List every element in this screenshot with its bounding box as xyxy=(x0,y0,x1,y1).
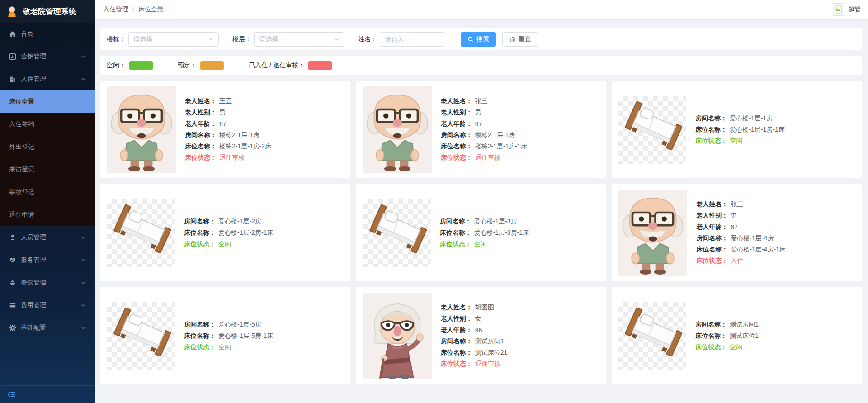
filter-panel: 楼栋： 请选择 楼层： 请选择 姓名： xyxy=(100,28,862,50)
card-field: 床位名称：爱心楼-1层-3房-1床 xyxy=(440,227,606,238)
elder-avatar xyxy=(363,86,432,173)
card-grid: 老人姓名：王五老人性别：男老人年龄：67房间名称：楼栋2-1层-1房床位名称：楼… xyxy=(100,81,862,384)
occupied-color-swatch xyxy=(308,61,332,70)
sidebar-item-dining[interactable]: 餐饮管理 xyxy=(0,271,95,294)
status-label: 床位状态： xyxy=(441,360,472,368)
sidebar-item-fees[interactable]: 费用管理 xyxy=(0,294,95,317)
card-field: 老人年龄：67 xyxy=(441,119,606,130)
bed-card[interactable]: 老人姓名：胡图图老人性别：女老人年龄：96房间名称：测试房间1床位名称：测试床位… xyxy=(356,287,606,384)
sidebar-item-checkout-apply[interactable]: 退住申请 xyxy=(0,204,95,226)
search-button[interactable]: 搜索 xyxy=(461,32,496,47)
search-icon xyxy=(467,36,474,43)
sidebar-item-settings[interactable]: 基础配置 xyxy=(0,317,95,339)
bed-card[interactable]: 房间名称：爱心楼-1层-3房床位名称：爱心楼-1层-3房-1床床位状态：空闲 xyxy=(356,184,606,281)
building-label: 楼栋： xyxy=(107,35,126,43)
sidebar-item-outing-register[interactable]: 外出登记 xyxy=(0,136,95,158)
reset-button[interactable]: 重置 xyxy=(502,32,538,47)
gear-icon xyxy=(9,324,16,332)
card-field: 老人年龄：67 xyxy=(696,222,862,233)
sidebar-item-personnel[interactable]: 人员管理 xyxy=(0,226,95,249)
card-field: 老人年龄：67 xyxy=(185,119,350,130)
sidebar-item-label: 基础配置 xyxy=(21,324,80,332)
content-area: 楼栋： 请选择 楼层： 请选择 姓名： xyxy=(95,19,868,384)
status-value: 退住审核 xyxy=(475,154,500,162)
card-field: 床位名称：测试床位21 xyxy=(441,347,606,359)
field-value: 67 xyxy=(219,120,226,128)
field-value: 爱心楼-1层-1房 xyxy=(730,114,773,123)
card-field: 老人姓名：张三 xyxy=(696,199,862,210)
elder-avatar xyxy=(618,190,687,276)
bed-card[interactable]: 房间名称：爱心楼-1层-1房床位名称：爱心楼-1层-1房-1床床位状态：空闲 xyxy=(612,81,862,178)
bed-illustration xyxy=(110,305,172,367)
status-label: 床位状态： xyxy=(440,240,472,248)
sidebar-item-checkin-sign[interactable]: 入住签约 xyxy=(0,113,95,136)
breadcrumb-separator: / xyxy=(132,6,134,13)
building-select[interactable]: 请选择 xyxy=(128,32,219,47)
bed-status: 床位状态：退住审核 xyxy=(185,152,350,164)
bed-card[interactable]: 房间名称：爱心楼-1层-5房床位名称：爱心楼-1层-5房-1床床位状态：空闲 xyxy=(100,287,350,384)
bed-status: 床位状态：空闲 xyxy=(184,341,350,353)
field-value: 楼栋2-1层-1房 xyxy=(219,131,259,139)
breadcrumb-item-checkin[interactable]: 入住管理 xyxy=(103,5,128,14)
sidebar-item-service[interactable]: 服务管理 xyxy=(0,249,95,271)
submenu-label: 事故登记 xyxy=(9,188,34,196)
field-value: 爱心楼-1层-2房-1床 xyxy=(218,229,273,237)
sidebar-item-visit-register[interactable]: 来访登记 xyxy=(0,158,95,181)
card-field: 房间名称：爱心楼-1层-4房 xyxy=(696,233,862,244)
sidebar: 敬老院管理系统 首页 营销管理 xyxy=(0,0,95,403)
field-label: 床位名称： xyxy=(184,229,216,237)
submenu-label: 床位全景 xyxy=(9,98,34,106)
app-logo: 敬老院管理系统 xyxy=(0,0,95,23)
sidebar-item-accident-register[interactable]: 事故登记 xyxy=(0,181,95,204)
card-icon xyxy=(9,302,16,309)
field-label: 床位名称： xyxy=(696,246,728,254)
bed-image xyxy=(618,96,686,164)
field-value: 爱心楼-1层-2房 xyxy=(218,218,261,226)
sidebar-item-label: 费用管理 xyxy=(21,301,80,309)
status-value: 退住审核 xyxy=(219,154,245,162)
field-value: 张三 xyxy=(475,97,488,105)
floor-select[interactable]: 请选择 xyxy=(254,32,344,47)
username: 超管 xyxy=(848,5,861,14)
sidebar-item-bed-overview[interactable]: 床位全景 xyxy=(0,90,95,113)
legend-label: 空闲： xyxy=(107,62,126,70)
bed-card[interactable]: 房间名称：测试房间1床位名称：测试床位1床位状态：空闲 xyxy=(612,287,862,384)
bed-card[interactable]: 老人姓名：张三老人性别：男老人年龄：67房间名称：楼栋2-1层-1房床位名称：楼… xyxy=(356,81,606,178)
field-value: 爱心楼-1层-4房-1床 xyxy=(731,246,785,254)
card-field: 床位名称：爱心楼-1层-1房-1床 xyxy=(695,124,862,135)
name-input[interactable] xyxy=(380,32,445,47)
legend-label: 已入住 / 退住审核： xyxy=(249,62,305,70)
sidebar-item-home[interactable]: 首页 xyxy=(0,23,95,45)
sidebar-item-label: 服务管理 xyxy=(21,256,80,264)
bed-illustration xyxy=(366,202,428,264)
card-field: 老人性别：男 xyxy=(185,107,350,119)
field-value: 楼栋2-1层-1房 xyxy=(475,131,515,139)
field-value: 爱心楼-1层-1房-1床 xyxy=(730,126,784,134)
bed-card[interactable]: 房间名称：爱心楼-1层-2房床位名称：爱心楼-1层-2房-1床床位状态：空闲 xyxy=(100,184,350,281)
status-value: 空闲 xyxy=(730,137,742,145)
field-label: 老人年龄： xyxy=(441,120,472,128)
field-label: 床位名称： xyxy=(441,142,472,151)
field-label: 房间名称： xyxy=(440,218,472,226)
sidebar-item-label: 入住管理 xyxy=(21,75,80,83)
card-field: 房间名称：楼栋2-1层-1房 xyxy=(185,130,350,141)
sidebar-item-marketing[interactable]: 营销管理 xyxy=(0,45,95,68)
bed-status: 床位状态：空闲 xyxy=(695,341,862,353)
status-label: 床位状态： xyxy=(696,257,728,265)
sidebar-collapse-button[interactable] xyxy=(0,385,95,403)
bed-image xyxy=(618,302,686,370)
sidebar-item-label: 营销管理 xyxy=(21,52,80,61)
free-color-swatch xyxy=(129,61,153,70)
field-value: 女 xyxy=(475,315,481,323)
bed-card[interactable]: 老人姓名：张三老人性别：男老人年龄：67房间名称：爱心楼-1层-4房床位名称：爱… xyxy=(612,184,862,281)
submenu-label: 外出登记 xyxy=(9,143,34,151)
sidebar-item-checkin[interactable]: 入住管理 xyxy=(0,68,95,90)
card-field: 床位名称：爱心楼-1层-5房-1床 xyxy=(184,330,350,341)
breadcrumb: 入住管理 / 床位全景 xyxy=(103,5,164,14)
sidebar-item-label: 餐饮管理 xyxy=(21,279,80,287)
user-menu[interactable]: 超管 xyxy=(832,3,861,16)
chevron-down-icon xyxy=(334,37,340,42)
chart-icon xyxy=(9,53,16,60)
status-label: 床位状态： xyxy=(695,343,727,351)
bed-card[interactable]: 老人姓名：王五老人性别：男老人年龄：67房间名称：楼栋2-1层-1房床位名称：楼… xyxy=(100,81,350,178)
